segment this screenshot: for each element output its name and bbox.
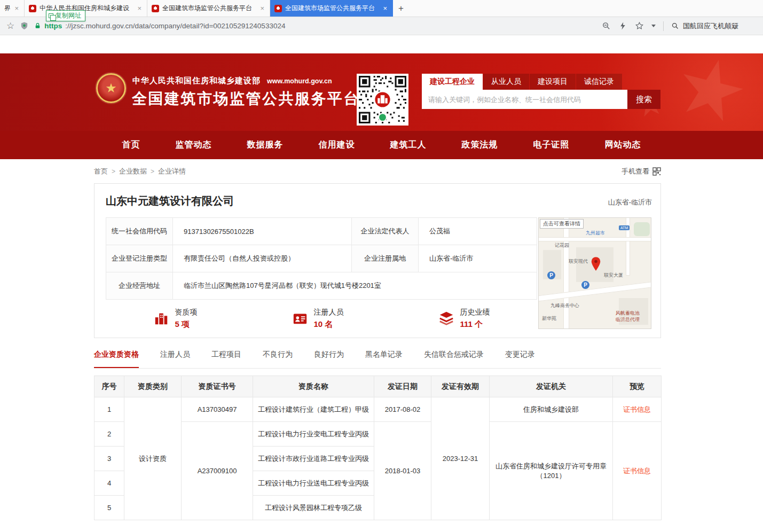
tab-close-icon[interactable]: × xyxy=(382,4,388,12)
national-emblem-icon: ★ xyxy=(96,73,126,103)
browser-tab-partial[interactable]: 界 × xyxy=(0,0,25,17)
url-field[interactable]: https://jzsc.mohurd.gov.cn/data/company/… xyxy=(34,22,596,30)
tab-close-icon[interactable]: × xyxy=(136,4,143,12)
cell-qual-name: 工程设计建筑行业（建筑工程）甲级 xyxy=(253,397,374,422)
tab-projects[interactable]: 工程项目 xyxy=(211,350,241,368)
col-authority: 发证机关 xyxy=(490,376,613,397)
chevron-down-icon[interactable] xyxy=(651,25,656,27)
tab-bad-behavior[interactable]: 不良行为 xyxy=(263,350,293,368)
map-label-business-center: 九峰商务中心 xyxy=(550,302,579,309)
browser-search-box[interactable]: 国航回应飞机颠簸 xyxy=(671,21,757,31)
hot-search-text: 国航回应飞机颠簸 xyxy=(683,21,738,31)
platform-qr-code xyxy=(357,74,408,126)
cell-serial: 4 xyxy=(95,471,124,496)
certificate-info-link[interactable]: 证书信息 xyxy=(623,405,651,413)
map-label-battery-line2: 临沂总代理 xyxy=(616,316,640,323)
nav-home[interactable]: 首页 xyxy=(105,139,158,151)
nav-data-service[interactable]: 数据服务 xyxy=(230,139,301,151)
stat-value: 10 名 xyxy=(314,319,344,330)
nav-policy[interactable]: 政策法规 xyxy=(444,139,516,151)
cell-serial: 3 xyxy=(95,447,124,471)
favorite-star-icon[interactable] xyxy=(635,21,644,30)
tab-qualifications[interactable]: 企业资质资格 xyxy=(94,350,139,368)
tab-dishonesty-records[interactable]: 失信联合惩戒记录 xyxy=(424,350,484,368)
cell-issue-date: 2018-01-03 xyxy=(374,422,431,520)
bookmark-star-icon[interactable]: ☆ xyxy=(6,20,14,32)
browser-address-bar: ☆ https://jzsc.mohurd.gov.cn/data/compan… xyxy=(0,17,763,35)
nav-credit[interactable]: 信用建设 xyxy=(301,139,373,151)
tab-close-icon[interactable]: × xyxy=(13,4,20,12)
detail-tabs: 企业资质资格 注册人员 工程项目 不良行为 良好行为 黑名单记录 失信联合惩戒记… xyxy=(94,350,661,369)
tab-close-icon[interactable]: × xyxy=(259,4,265,12)
cell-preview: 证书信息 xyxy=(613,397,662,422)
nav-e-license[interactable]: 电子证照 xyxy=(516,139,587,151)
info-label: 企业登记注册类型 xyxy=(106,245,173,272)
tab-label: 界 xyxy=(4,4,10,13)
company-name: 山东中元建筑设计有限公司 xyxy=(106,194,234,208)
stat-value: 5 项 xyxy=(175,319,198,330)
tab-blacklist[interactable]: 黑名单记录 xyxy=(365,350,403,368)
cell-authority: 山东省住房和城乡建设厅许可专用章（1201） xyxy=(490,422,613,520)
certificate-info-link[interactable]: 证书信息 xyxy=(623,467,651,475)
main-navigation: 首页 监管动态 数据服务 信用建设 建筑工人 政策法规 电子证照 网站动态 xyxy=(0,131,763,159)
stat-history-performance: 历史业绩 111 个 xyxy=(438,308,490,330)
site-favicon-icon xyxy=(274,5,282,12)
qualification-icon xyxy=(153,310,169,326)
nav-site-news[interactable]: 网站动态 xyxy=(587,139,659,151)
platform-title: 全国建筑市场监管公共服务平台 xyxy=(132,89,360,109)
nav-supervision[interactable]: 监管动态 xyxy=(158,139,230,151)
stat-label: 历史业绩 xyxy=(460,308,490,317)
cell-qual-name: 工程设计电力行业变电工程专业丙级 xyxy=(253,422,374,447)
search-category-tabs: 建设工程企业 从业人员 建设项目 诚信记录 xyxy=(422,74,660,90)
site-favicon-icon xyxy=(29,5,36,12)
mobile-view[interactable]: 手机查看 xyxy=(622,167,661,176)
url-scheme: https xyxy=(44,22,62,30)
cell-category: 设计资质 xyxy=(124,397,182,520)
ministry-line: 中华人民共和国住房和城乡建设部 www.mohurd.gov.cn xyxy=(132,76,332,86)
tab-registered-personnel[interactable]: 注册人员 xyxy=(160,350,190,368)
reg-region-value: 山东省-临沂市 xyxy=(419,245,537,272)
company-region: 山东省-临沂市 xyxy=(608,198,652,207)
credit-code-value: 91371302675501022B xyxy=(173,218,352,245)
lightning-icon[interactable] xyxy=(618,21,627,30)
nav-workers[interactable]: 建筑工人 xyxy=(373,139,444,151)
breadcrumb-home[interactable]: 首页 xyxy=(94,167,108,176)
search-icon xyxy=(671,22,679,30)
cell-qual-name: 工程设计电力行业送电工程专业丙级 xyxy=(253,471,374,496)
new-tab-button[interactable]: + xyxy=(393,0,409,17)
shield-icon[interactable] xyxy=(20,21,29,30)
search-tab-credit[interactable]: 诚信记录 xyxy=(576,74,622,90)
search-tab-project[interactable]: 建设项目 xyxy=(530,74,576,90)
ministry-website: www.mohurd.gov.cn xyxy=(267,77,332,85)
mobile-view-label: 手机查看 xyxy=(622,167,649,176)
browser-tab-active[interactable]: 全国建筑市场监管公共服务平台 × xyxy=(270,0,393,17)
col-issue-date: 发证日期 xyxy=(374,376,431,397)
stat-value: 111 个 xyxy=(460,319,490,330)
cell-qual-name: 工程设计市政行业道路工程专业丙级 xyxy=(253,447,374,471)
layers-icon xyxy=(438,310,454,326)
company-location-map[interactable]: 点击可查看详情 九州超市 ATM 记花园 联安现代 联安大厦 P P 九峰商务中… xyxy=(538,217,651,329)
search-tab-personnel[interactable]: 从业人员 xyxy=(483,74,529,90)
search-tab-enterprise[interactable]: 建设工程企业 xyxy=(422,74,483,90)
cell-serial: 5 xyxy=(95,496,124,520)
breadcrumb-company-data[interactable]: 企业数据 xyxy=(119,167,147,176)
reg-type-value: 有限责任公司（自然人投资或控股） xyxy=(173,245,352,272)
tab-change-records[interactable]: 变更记录 xyxy=(505,350,535,368)
search-button[interactable]: 搜索 xyxy=(627,90,660,109)
breadcrumb: 首页 > 企业数据 > 企业详情 手机查看 xyxy=(94,167,661,176)
breadcrumb-company-detail: 企业详情 xyxy=(158,167,186,176)
browser-tab-jzsc[interactable]: 全国建筑市场监管公共服务平台 × xyxy=(147,0,270,17)
tab-good-behavior[interactable]: 良好行为 xyxy=(314,350,344,368)
cell-cert-no: A237009100 xyxy=(182,422,253,520)
zoom-icon[interactable] xyxy=(602,21,611,30)
col-serial: 序号 xyxy=(95,376,124,397)
company-stats: 资质项 5 项 注册人员 10 名 xyxy=(106,303,537,333)
browser-tab-mohurd[interactable]: 中华人民共和国住房和城乡建设 × xyxy=(25,0,147,17)
cell-serial: 1 xyxy=(95,397,124,422)
col-preview: 预览 xyxy=(613,376,662,397)
map-pin-icon xyxy=(590,256,602,271)
legal-rep-value: 公茂福 xyxy=(419,218,537,245)
copy-url-label: 复制网址 xyxy=(56,11,81,20)
cell-cert-no: A137030497 xyxy=(182,397,253,422)
keyword-search-input[interactable] xyxy=(422,90,627,109)
